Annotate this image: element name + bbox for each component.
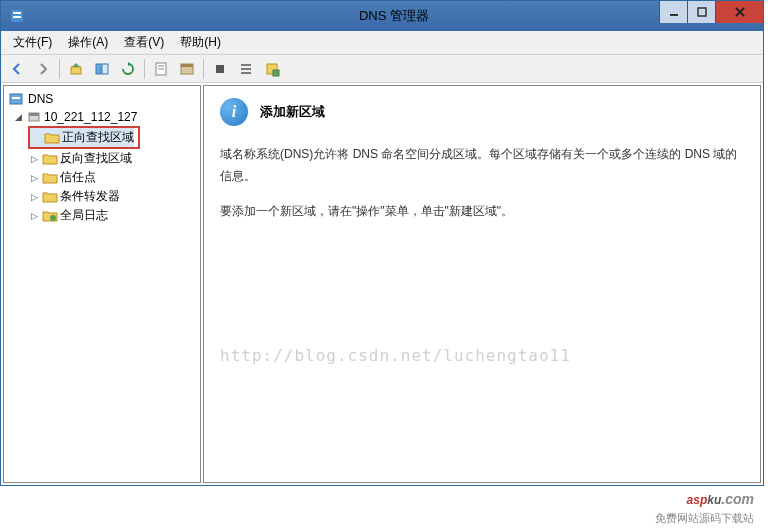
dns-manager-window: DNS 管理器 文件(F) 操作(A) 查看(V) 帮助(H) DNS bbox=[0, 0, 764, 486]
window-title: DNS 管理器 bbox=[25, 7, 763, 25]
toolbar bbox=[1, 55, 763, 83]
server-icon bbox=[26, 109, 42, 125]
folder-icon bbox=[42, 171, 58, 185]
detail-title: 添加新区域 bbox=[260, 103, 325, 121]
expand-icon[interactable]: ▷ bbox=[28, 172, 40, 184]
svg-point-25 bbox=[50, 215, 56, 221]
menu-view[interactable]: 查看(V) bbox=[118, 32, 170, 53]
svg-rect-2 bbox=[13, 16, 21, 18]
tree-forward-lookup[interactable]: 正向查找区域 bbox=[30, 128, 134, 147]
tree-label: 反向查找区域 bbox=[60, 150, 132, 167]
title-bar[interactable]: DNS 管理器 bbox=[1, 1, 763, 31]
content-area: DNS ◢ 10_221_112_127 正向查找区域 ▷ 反向查找区域 bbox=[1, 83, 763, 485]
tree-server-node[interactable]: ◢ 10_221_112_127 bbox=[8, 108, 196, 126]
toolbar-separator bbox=[59, 59, 60, 79]
menu-action[interactable]: 操作(A) bbox=[62, 32, 114, 53]
close-button[interactable] bbox=[715, 1, 763, 23]
folder-icon bbox=[44, 131, 60, 145]
menu-bar: 文件(F) 操作(A) 查看(V) 帮助(H) bbox=[1, 31, 763, 55]
toolbar-separator bbox=[203, 59, 204, 79]
tree-global-logs[interactable]: ▷ 全局日志 bbox=[8, 206, 196, 225]
svg-rect-8 bbox=[96, 64, 101, 74]
watermark-text: http://blog.csdn.net/luchengtao11 bbox=[220, 346, 571, 365]
app-icon bbox=[9, 8, 25, 24]
tree-reverse-lookup[interactable]: ▷ 反向查找区域 bbox=[8, 149, 196, 168]
tree-label: 全局日志 bbox=[60, 207, 108, 224]
tree-conditional-forwarders[interactable]: ▷ 条件转发器 bbox=[8, 187, 196, 206]
up-button[interactable] bbox=[64, 57, 88, 81]
expand-icon[interactable]: ▷ bbox=[28, 191, 40, 203]
svg-rect-22 bbox=[12, 97, 20, 99]
expand-icon[interactable]: ▷ bbox=[28, 153, 40, 165]
forward-button[interactable] bbox=[31, 57, 55, 81]
highlighted-selection: 正向查找区域 bbox=[28, 126, 140, 149]
folder-icon bbox=[42, 190, 58, 204]
svg-rect-15 bbox=[216, 65, 224, 73]
show-hide-tree-button[interactable] bbox=[90, 57, 114, 81]
svg-rect-1 bbox=[13, 12, 21, 14]
refresh-button[interactable] bbox=[116, 57, 140, 81]
collapse-icon[interactable]: ◢ bbox=[12, 111, 24, 123]
list-button[interactable] bbox=[234, 57, 258, 81]
tree-label: 信任点 bbox=[60, 169, 96, 186]
brand-com: .com bbox=[721, 491, 754, 507]
detail-paragraph: 要添加一个新区域，请在"操作"菜单，单击"新建区域"。 bbox=[220, 201, 744, 223]
svg-rect-20 bbox=[273, 70, 279, 76]
tree-root-dns[interactable]: DNS bbox=[8, 90, 196, 108]
detail-paragraph: 域名称系统(DNS)允许将 DNS 命名空间分成区域。每个区域存储有关一个或多个… bbox=[220, 144, 744, 187]
minimize-button[interactable] bbox=[659, 1, 687, 23]
svg-rect-7 bbox=[71, 67, 81, 74]
stop-button[interactable] bbox=[208, 57, 232, 81]
svg-rect-24 bbox=[29, 113, 39, 116]
expand-icon[interactable]: ▷ bbox=[28, 210, 40, 222]
brand-asp: asp bbox=[687, 493, 708, 507]
tree-label: DNS bbox=[28, 92, 53, 106]
detail-panel: i 添加新区域 域名称系统(DNS)允许将 DNS 命名空间分成区域。每个区域存… bbox=[203, 85, 761, 483]
tree-panel[interactable]: DNS ◢ 10_221_112_127 正向查找区域 ▷ 反向查找区域 bbox=[3, 85, 201, 483]
svg-rect-4 bbox=[698, 8, 706, 16]
brand-footer: aspku.com 免费网站源码下载站 bbox=[655, 479, 754, 526]
toolbar-separator bbox=[144, 59, 145, 79]
window-controls bbox=[659, 1, 763, 23]
details-button[interactable] bbox=[260, 57, 284, 81]
brand-logo: aspku.com bbox=[655, 479, 754, 511]
detail-header: i 添加新区域 bbox=[220, 98, 744, 126]
maximize-button[interactable] bbox=[687, 1, 715, 23]
properties-button[interactable] bbox=[149, 57, 173, 81]
tree-label: 10_221_112_127 bbox=[44, 110, 137, 124]
dns-icon bbox=[8, 91, 24, 107]
brand-subtitle: 免费网站源码下载站 bbox=[655, 511, 754, 526]
brand-ku: ku bbox=[707, 493, 721, 507]
back-button[interactable] bbox=[5, 57, 29, 81]
info-icon: i bbox=[220, 98, 248, 126]
expand-placeholder bbox=[30, 132, 42, 144]
filter-button[interactable] bbox=[175, 57, 199, 81]
folder-icon bbox=[42, 209, 58, 223]
svg-rect-9 bbox=[102, 64, 108, 74]
tree-label: 条件转发器 bbox=[60, 188, 120, 205]
svg-rect-14 bbox=[181, 64, 193, 67]
folder-icon bbox=[42, 152, 58, 166]
tree-trust-points[interactable]: ▷ 信任点 bbox=[8, 168, 196, 187]
menu-help[interactable]: 帮助(H) bbox=[174, 32, 227, 53]
menu-file[interactable]: 文件(F) bbox=[7, 32, 58, 53]
tree-label: 正向查找区域 bbox=[62, 129, 134, 146]
svg-rect-3 bbox=[670, 14, 678, 16]
